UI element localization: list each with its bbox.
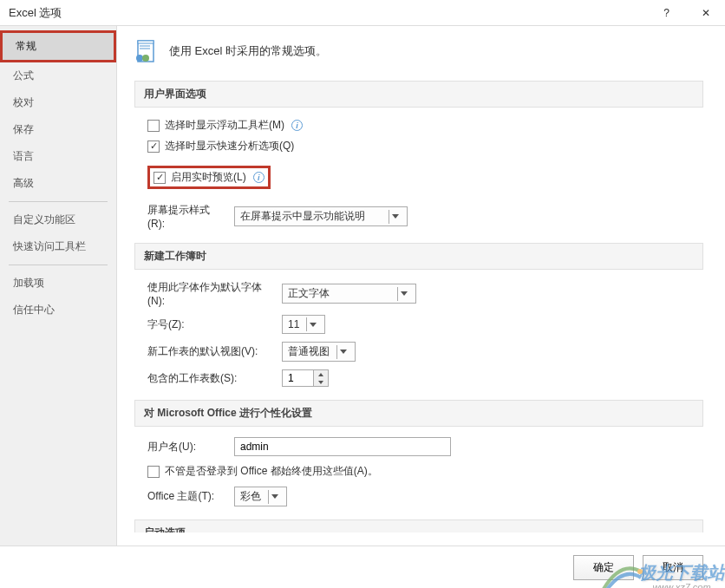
personalize-options-group: 用户名(U): 不管是否登录到 Office 都始终使用这些值(A)。 Offi… xyxy=(147,437,703,506)
sidebar-item-formulas[interactable]: 公式 xyxy=(0,62,116,89)
sidebar-item-trust-center[interactable]: 信任中心 xyxy=(0,297,116,323)
titlebar: Excel 选项 ? ✕ xyxy=(0,0,725,26)
checkbox-live-preview[interactable] xyxy=(153,172,166,184)
watermark-url: www.xz7.com xyxy=(638,582,725,588)
default-view-select[interactable]: 普通视图 xyxy=(282,342,356,362)
chevron-down-icon xyxy=(306,317,319,331)
label-always-use-values[interactable]: 不管是否登录到 Office 都始终使用这些值(A)。 xyxy=(165,464,378,479)
option-quick-analysis: 选择时显示快速分析选项(Q) xyxy=(147,139,703,154)
dialog-body: 常规 公式 校对 保存 语言 高级 自定义功能区 快速访问工具栏 加载项 信任中… xyxy=(0,26,725,546)
font-size-row: 字号(Z): 11 xyxy=(147,315,703,334)
tooltip-style-value: 在屏幕提示中显示功能说明 xyxy=(240,209,365,224)
section-header-workbook: 新建工作簿时 xyxy=(134,243,703,270)
chevron-down-icon xyxy=(397,287,410,301)
sidebar-item-language[interactable]: 语言 xyxy=(0,143,116,170)
sidebar-item-save[interactable]: 保存 xyxy=(0,116,116,143)
default-font-select[interactable]: 正文字体 xyxy=(282,284,416,304)
sidebar-item-advanced[interactable]: 高级 xyxy=(0,170,116,197)
content-scroll[interactable]: 使用 Excel 时采用的常规选项。 用户界面选项 选择时显示浮动工具栏(M) … xyxy=(134,39,703,532)
intro-text: 使用 Excel 时采用的常规选项。 xyxy=(169,43,327,59)
label-quick-analysis[interactable]: 选择时显示快速分析选项(Q) xyxy=(165,139,294,154)
section-intro: 使用 Excel 时采用的常规选项。 xyxy=(134,39,703,63)
label-floating-toolbar[interactable]: 选择时显示浮动工具栏(M) xyxy=(165,118,284,133)
sidebar-item-addins[interactable]: 加载项 xyxy=(0,270,116,297)
office-theme-select[interactable]: 彩色 xyxy=(234,487,287,506)
default-font-row: 使用此字体作为默认字体(N): 正文字体 xyxy=(147,280,703,307)
content-area: 使用 Excel 时采用的常规选项。 用户界面选项 选择时显示浮动工具栏(M) … xyxy=(117,26,725,546)
office-theme-value: 彩色 xyxy=(240,489,261,504)
titlebar-buttons: ? ✕ xyxy=(647,0,725,26)
dialog-title: Excel 选项 xyxy=(9,5,62,21)
help-button[interactable]: ? xyxy=(647,0,686,26)
workbook-options-group: 使用此字体作为默认字体(N): 正文字体 字号(Z): 11 新工作表的默认视图… xyxy=(147,280,703,387)
username-input[interactable] xyxy=(234,437,451,456)
sidebar: 常规 公式 校对 保存 语言 高级 自定义功能区 快速访问工具栏 加载项 信任中… xyxy=(0,26,117,546)
ui-options-group: 选择时显示浮动工具栏(M) 选择时显示快速分析选项(Q) 启用实时预览(L) 屏… xyxy=(147,118,703,230)
office-theme-row: Office 主题(T): 彩色 xyxy=(147,487,703,506)
section-header-startup: 启动选项 xyxy=(134,519,703,532)
sheet-count-input[interactable] xyxy=(283,370,313,386)
close-button[interactable]: ✕ xyxy=(686,0,725,26)
font-size-select[interactable]: 11 xyxy=(282,315,325,334)
sidebar-item-general[interactable]: 常规 xyxy=(0,30,116,62)
sidebar-item-customize-ribbon[interactable]: 自定义功能区 xyxy=(0,206,116,233)
section-header-personalize: 对 Microsoft Office 进行个性化设置 xyxy=(134,400,703,427)
sheet-count-spinner[interactable] xyxy=(282,369,329,387)
svg-point-2 xyxy=(136,55,143,62)
sidebar-item-proofing[interactable]: 校对 xyxy=(0,89,116,116)
chevron-down-icon xyxy=(268,490,281,504)
checkbox-quick-analysis[interactable] xyxy=(147,140,160,153)
tooltip-style-label: 屏幕提示样式(R): xyxy=(147,203,225,230)
default-view-value: 普通视图 xyxy=(288,344,330,359)
dialog-footer: 确定 取消 极光下载站 www.xz7.com xyxy=(0,546,725,588)
option-always-use-values: 不管是否登录到 Office 都始终使用这些值(A)。 xyxy=(147,464,703,479)
sidebar-separator xyxy=(9,265,108,265)
username-row: 用户名(U): xyxy=(147,437,703,456)
chevron-down-icon xyxy=(389,210,402,224)
info-icon[interactable] xyxy=(253,172,265,183)
svg-rect-1 xyxy=(138,41,153,43)
sheet-count-label: 包含的工作表数(S): xyxy=(147,371,273,386)
cancel-button[interactable]: 取消 xyxy=(643,555,703,580)
label-live-preview[interactable]: 启用实时预览(L) xyxy=(171,170,246,185)
ok-button[interactable]: 确定 xyxy=(573,555,634,580)
svg-point-3 xyxy=(142,55,149,62)
option-floating-toolbar: 选择时显示浮动工具栏(M) xyxy=(147,118,703,133)
checkbox-floating-toolbar[interactable] xyxy=(147,120,160,132)
default-view-row: 新工作表的默认视图(V): 普通视图 xyxy=(147,342,703,362)
spinner-buttons xyxy=(313,370,328,386)
username-label: 用户名(U): xyxy=(147,440,225,454)
office-theme-label: Office 主题(T): xyxy=(147,489,225,504)
chevron-down-icon xyxy=(336,345,349,359)
info-icon[interactable] xyxy=(291,120,303,131)
spinner-down-button[interactable] xyxy=(314,378,328,386)
font-size-value: 11 xyxy=(288,318,299,330)
default-view-label: 新工作表的默认视图(V): xyxy=(147,344,273,359)
sidebar-item-quick-access[interactable]: 快速访问工具栏 xyxy=(0,233,116,260)
tooltip-style-select[interactable]: 在屏幕提示中显示功能说明 xyxy=(234,206,408,226)
tooltip-style-row: 屏幕提示样式(R): 在屏幕提示中显示功能说明 xyxy=(147,203,703,230)
section-header-ui: 用户界面选项 xyxy=(134,81,703,108)
option-live-preview: 启用实时预览(L) xyxy=(147,166,271,189)
default-font-value: 正文字体 xyxy=(288,286,330,301)
font-size-label: 字号(Z): xyxy=(147,317,273,332)
sheet-count-row: 包含的工作表数(S): xyxy=(147,369,703,387)
spinner-up-button[interactable] xyxy=(314,370,328,378)
default-font-label: 使用此字体作为默认字体(N): xyxy=(147,280,273,307)
checkbox-always-use-values[interactable] xyxy=(147,466,160,478)
sidebar-separator xyxy=(9,201,108,202)
options-icon xyxy=(134,39,159,63)
